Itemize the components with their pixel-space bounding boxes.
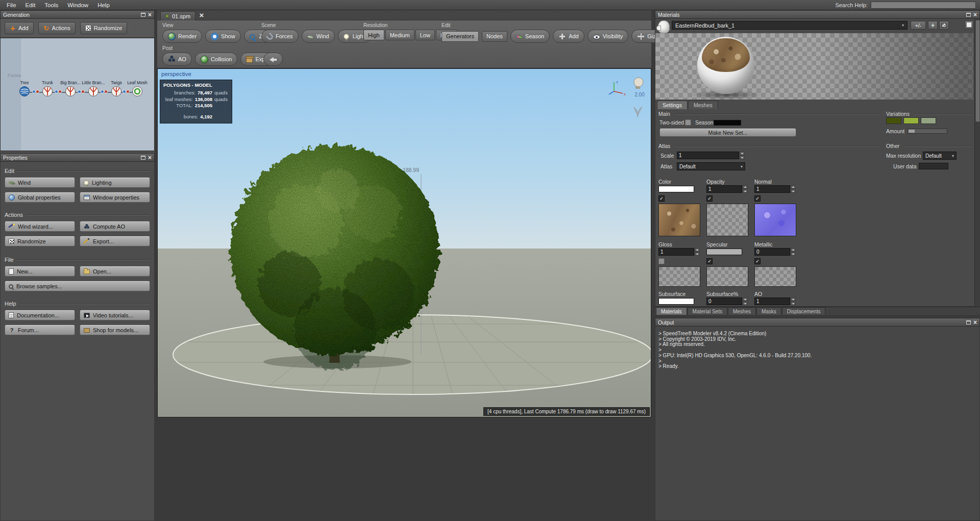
search-help-input[interactable] xyxy=(871,2,976,9)
amount-slider[interactable] xyxy=(908,129,947,134)
float-panel-icon[interactable] xyxy=(966,320,971,325)
material-preview[interactable] xyxy=(655,33,973,100)
browse-samples-button[interactable]: Browse samples... xyxy=(5,281,150,291)
video-tutorials-button[interactable]: Video tutorials... xyxy=(80,310,150,320)
specular-swatch[interactable] xyxy=(706,249,742,255)
scale-spinner[interactable]: 1 xyxy=(677,152,745,159)
detach-preview-button[interactable] xyxy=(965,20,973,29)
opacity-spinner[interactable]: 1 xyxy=(706,185,748,193)
opacity-texture-thumbnail[interactable] xyxy=(706,204,748,236)
collision-button[interactable]: Collision xyxy=(195,53,238,66)
normal-texture-thumbnail[interactable] xyxy=(754,204,796,236)
global-properties-button[interactable]: Global properties xyxy=(5,192,75,203)
wind-button[interactable]: Wind xyxy=(5,177,75,188)
metallic-enabled-checkbox[interactable] xyxy=(754,258,761,264)
forces-button[interactable]: Forces xyxy=(261,30,299,43)
color-enabled-checkbox[interactable] xyxy=(658,195,665,202)
menu-help[interactable]: Help xyxy=(93,0,114,10)
float-panel-icon[interactable] xyxy=(966,13,971,17)
float-panel-icon[interactable] xyxy=(141,13,145,17)
gloss-texture-thumbnail[interactable] xyxy=(658,266,700,287)
actions-button[interactable]: Actions xyxy=(38,22,76,34)
spin-down-icon[interactable] xyxy=(740,156,745,159)
open-button[interactable]: Open... xyxy=(80,266,150,277)
specular-texture-thumbnail[interactable] xyxy=(706,266,748,287)
nodes-button[interactable]: Nodes xyxy=(482,31,507,42)
float-panel-icon[interactable] xyxy=(141,156,145,160)
resolution-high-button[interactable]: High xyxy=(363,30,384,40)
document-tab[interactable]: 01.spm xyxy=(160,11,195,20)
wind-wizard-button[interactable]: Wind wizard... xyxy=(5,221,75,232)
tab-settings[interactable]: Settings xyxy=(657,101,688,109)
node-leaf-mesh[interactable]: Leaf Mesh xyxy=(123,80,152,97)
shop-models-button[interactable]: Shop for models... xyxy=(80,325,150,335)
close-panel-icon[interactable] xyxy=(973,320,977,325)
back-button[interactable] xyxy=(263,53,283,66)
new-button[interactable]: New... xyxy=(5,266,75,277)
gloss-spinner[interactable]: 1 xyxy=(658,248,700,256)
show-button[interactable]: Show xyxy=(205,30,241,43)
menu-edit[interactable]: Edit xyxy=(21,0,40,10)
season-color-swatch[interactable] xyxy=(714,120,741,126)
documentation-button[interactable]: Documentation... xyxy=(5,310,75,320)
resolution-medium-button[interactable]: Medium xyxy=(385,30,414,40)
menu-file[interactable]: File xyxy=(2,0,21,10)
materials-scrollbar[interactable] xyxy=(974,19,980,307)
atlas-grid-button[interactable] xyxy=(939,21,949,30)
compute-ao-button[interactable]: Compute AO xyxy=(80,221,150,232)
color-swatch[interactable] xyxy=(658,186,694,192)
max-resolution-dropdown[interactable]: Default xyxy=(923,152,957,160)
ao-button[interactable]: AO xyxy=(162,53,192,66)
generation-graph[interactable]: Forces Tree Trunk Big Bran... Little Bra… xyxy=(0,38,155,151)
visibility-button[interactable]: Visibility xyxy=(587,30,629,43)
tab-meshes[interactable]: Meshes xyxy=(688,101,718,109)
forum-button[interactable]: Forum... xyxy=(5,325,75,335)
viewport[interactable]: 188.99 z x 2.00 xyxy=(157,68,651,417)
tab-masks[interactable]: Masks xyxy=(756,307,781,315)
menu-tools[interactable]: Tools xyxy=(40,0,63,10)
add-button[interactable]: Add xyxy=(553,30,584,43)
close-panel-icon[interactable] xyxy=(148,12,152,17)
materials-panel-header[interactable]: Materials xyxy=(655,10,980,19)
two-sided-checkbox[interactable] xyxy=(685,119,691,126)
subsurface-pct-spinner[interactable]: 0 xyxy=(706,297,748,305)
close-tab-icon[interactable] xyxy=(197,11,206,20)
metallic-spinner[interactable]: 0 xyxy=(754,248,796,256)
variation-swatch-3[interactable] xyxy=(921,117,936,124)
randomize-button[interactable]: Randomize xyxy=(80,22,128,34)
render-button[interactable]: Render xyxy=(162,30,202,43)
generators-button[interactable]: Generators xyxy=(442,31,479,42)
opacity-enabled-checkbox[interactable] xyxy=(706,195,713,202)
normal-enabled-checkbox[interactable] xyxy=(754,195,761,202)
add-generator-button[interactable]: Add xyxy=(5,22,34,34)
season-button[interactable]: Season xyxy=(510,30,550,43)
menu-window[interactable]: Window xyxy=(63,0,93,10)
add-material-button[interactable] xyxy=(928,21,938,30)
normal-spinner[interactable]: 1 xyxy=(754,185,796,193)
plus-minus-button[interactable]: +/- xyxy=(911,21,926,30)
gloss-enabled-checkbox[interactable] xyxy=(658,258,665,264)
make-new-set-button[interactable]: Make New Set... xyxy=(659,128,796,137)
close-panel-icon[interactable] xyxy=(148,155,152,160)
close-panel-icon[interactable] xyxy=(973,12,977,17)
color-texture-thumbnail[interactable] xyxy=(658,204,700,236)
lighting-button[interactable]: Lighting xyxy=(80,177,150,188)
window-properties-button[interactable]: Window properties xyxy=(80,192,150,203)
camera-label[interactable]: perspective xyxy=(161,71,191,77)
tab-material-sets[interactable]: Material Sets xyxy=(688,307,727,315)
tab-displacements[interactable]: Displacements xyxy=(782,307,826,315)
scrollbar-thumb[interactable] xyxy=(975,20,980,122)
specular-enabled-checkbox[interactable] xyxy=(706,258,713,264)
variation-swatch-1[interactable] xyxy=(886,117,901,124)
generation-panel-header[interactable]: Generation xyxy=(0,10,155,19)
resolution-low-button[interactable]: Low xyxy=(415,30,435,40)
export-button[interactable]: Export... xyxy=(80,236,150,246)
ao-spinner[interactable]: 1 xyxy=(754,297,796,305)
output-log[interactable]: > SpeedTree® Modeler v8.4.2 (Cinema Edit… xyxy=(655,327,980,521)
variation-swatch-2[interactable] xyxy=(903,117,919,124)
spin-up-icon[interactable] xyxy=(740,152,745,155)
material-select-dropdown[interactable]: EasternRedbud_bark_1 xyxy=(672,21,908,30)
subsurface-swatch[interactable] xyxy=(658,298,694,305)
wind-button[interactable]: Wind xyxy=(302,30,335,43)
tab-materials[interactable]: Materials xyxy=(656,307,687,315)
